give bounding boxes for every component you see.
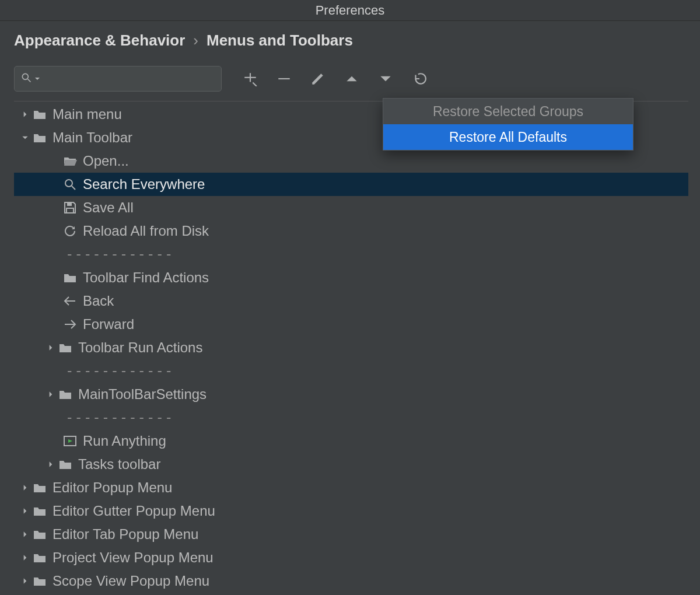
tree-item-open[interactable]: Open... xyxy=(14,149,688,173)
breadcrumb-root[interactable]: Appearance & Behavior xyxy=(14,32,185,50)
tree-item-back[interactable]: Back xyxy=(14,289,688,313)
tree-label: MainToolBarSettings xyxy=(78,386,206,402)
tree-item-tasks-toolbar[interactable]: Tasks toolbar xyxy=(14,453,688,476)
move-down-button[interactable] xyxy=(377,70,394,88)
move-up-button[interactable] xyxy=(343,70,360,88)
search-filter-chevron-icon[interactable] xyxy=(34,76,40,82)
chevron-right-icon[interactable] xyxy=(19,110,32,118)
tree-item-editor-tab-popup[interactable]: Editor Tab Popup Menu xyxy=(14,523,688,546)
separator-label: ------------ xyxy=(65,246,173,262)
tree-label: Scope View Popup Menu xyxy=(52,573,209,589)
tree-label: Editor Popup Menu xyxy=(52,480,172,496)
window-title: Preferences xyxy=(0,0,700,21)
chevron-right-icon[interactable] xyxy=(19,554,32,562)
menu-item-restore-selected: Restore Selected Groups xyxy=(383,99,633,124)
tree-label: Search Everywhere xyxy=(83,176,205,192)
separator-label: ------------ xyxy=(65,410,173,426)
folder-icon xyxy=(32,503,48,519)
chevron-right-icon[interactable] xyxy=(19,577,32,585)
folder-icon xyxy=(57,456,74,473)
tree-label: Editor Tab Popup Menu xyxy=(52,526,198,542)
folder-open-icon xyxy=(62,153,78,169)
separator-label: ------------ xyxy=(65,363,173,379)
tree-label: Toolbar Run Actions xyxy=(78,340,202,356)
folder-icon xyxy=(57,386,74,402)
tree-separator[interactable]: ------------ xyxy=(14,359,688,383)
tree-separator[interactable]: ------------ xyxy=(14,243,688,266)
arrow-left-icon xyxy=(62,293,78,309)
save-icon xyxy=(62,200,78,216)
folder-icon xyxy=(32,480,48,496)
tree-item-run-anything[interactable]: Run Anything xyxy=(14,429,688,453)
folder-icon xyxy=(32,526,48,542)
chevron-right-icon[interactable] xyxy=(44,344,57,352)
folder-icon xyxy=(57,340,74,356)
search-input[interactable] xyxy=(43,72,215,86)
tree-item-toolbar-run-actions[interactable]: Toolbar Run Actions xyxy=(14,336,688,359)
tree-item-scope-view-popup[interactable]: Scope View Popup Menu xyxy=(14,569,688,593)
chevron-right-icon[interactable] xyxy=(19,530,32,538)
tree-item-project-view-popup[interactable]: Project View Popup Menu xyxy=(14,546,688,569)
tree-label: Open... xyxy=(83,153,129,169)
chevron-right-icon[interactable] xyxy=(19,507,32,515)
search-icon xyxy=(62,176,78,192)
tree-label: Main Toolbar xyxy=(52,130,132,146)
tree-label: Tasks toolbar xyxy=(78,456,160,473)
folder-icon xyxy=(32,550,48,566)
tree-label: Reload All from Disk xyxy=(83,223,209,239)
reload-icon xyxy=(62,223,78,239)
folder-icon xyxy=(62,270,78,286)
folder-icon xyxy=(32,130,48,146)
tree-label: Main menu xyxy=(52,106,122,123)
tree-label: Forward xyxy=(83,316,134,332)
restore-button[interactable] xyxy=(411,70,428,88)
tree-item-save-all[interactable]: Save All xyxy=(14,196,688,219)
toolbar xyxy=(14,66,688,92)
tree-item-main-toolbar-settings[interactable]: MainToolBarSettings xyxy=(14,383,688,406)
tree-label: Run Anything xyxy=(83,433,166,449)
tree-label: Save All xyxy=(83,200,134,216)
run-anything-icon xyxy=(62,433,78,449)
remove-button[interactable] xyxy=(275,70,293,88)
edit-button[interactable] xyxy=(309,70,327,88)
add-button[interactable] xyxy=(242,70,259,88)
tree-label: Toolbar Find Actions xyxy=(83,270,209,286)
tree-item-editor-gutter-popup[interactable]: Editor Gutter Popup Menu xyxy=(14,499,688,523)
tree-label: Project View Popup Menu xyxy=(52,550,214,566)
menu-tree[interactable]: Main menu Main Toolbar Open... Search Ev… xyxy=(14,103,688,593)
menu-item-label: Restore Selected Groups xyxy=(433,104,583,120)
tree-item-editor-popup[interactable]: Editor Popup Menu xyxy=(14,476,688,499)
chevron-right-icon[interactable] xyxy=(44,390,57,398)
breadcrumb-separator: › xyxy=(193,32,198,50)
menu-item-restore-all[interactable]: Restore All Defaults xyxy=(383,124,633,150)
tree-item-search-everywhere[interactable]: Search Everywhere xyxy=(14,173,688,196)
search-input-wrapper[interactable] xyxy=(14,66,222,92)
tree-item-forward[interactable]: Forward xyxy=(14,313,688,336)
menu-item-label: Restore All Defaults xyxy=(449,130,567,145)
tree-item-reload-all[interactable]: Reload All from Disk xyxy=(14,219,688,243)
breadcrumb: Appearance & Behavior › Menus and Toolba… xyxy=(14,32,688,50)
tree-label: Back xyxy=(83,293,114,309)
chevron-right-icon[interactable] xyxy=(19,484,32,492)
tree-separator[interactable]: ------------ xyxy=(14,406,688,429)
tree-label: Editor Gutter Popup Menu xyxy=(52,503,215,519)
chevron-right-icon[interactable] xyxy=(44,460,57,468)
search-icon xyxy=(20,72,32,86)
arrow-right-icon xyxy=(62,316,78,332)
tree-item-toolbar-find-actions[interactable]: Toolbar Find Actions xyxy=(14,266,688,289)
window-title-text: Preferences xyxy=(316,3,385,18)
folder-icon xyxy=(32,106,48,123)
restore-menu-popup: Restore Selected Groups Restore All Defa… xyxy=(383,98,634,150)
chevron-down-icon[interactable] xyxy=(19,134,32,142)
folder-icon xyxy=(32,573,48,589)
breadcrumb-leaf: Menus and Toolbars xyxy=(206,32,353,50)
